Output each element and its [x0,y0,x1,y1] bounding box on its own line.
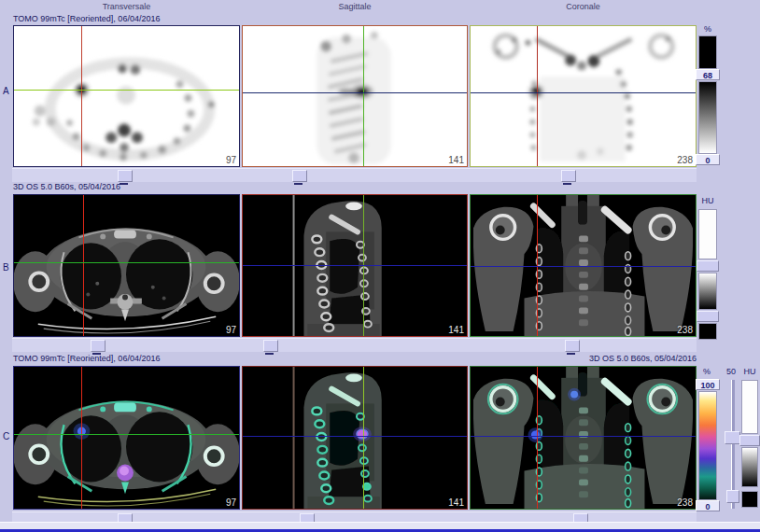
row-letter-b: B [3,262,12,273]
crosshair-horizontal[interactable] [471,436,696,437]
slice-number: 97 [226,497,236,508]
nm-gray-gradient-bar[interactable] [698,81,717,154]
fusion-ct-unit: HU [739,367,760,376]
ct-window-upper-handle[interactable] [697,260,719,272]
row-letter-a: A [3,86,12,96]
viewport-c-sagittale[interactable]: 141 [242,366,468,510]
crosshair-horizontal[interactable] [471,266,696,267]
crosshair-vertical[interactable] [363,367,364,509]
viewport-b-coronale[interactable]: 238 [470,194,697,337]
crosshair-vertical[interactable] [537,26,538,166]
crosshair-horizontal[interactable] [14,262,239,263]
slice-number: 238 [677,325,693,335]
series-label-row-a: TOMO 99mTc [Reoriented], 06/04/2016 [13,14,160,24]
nm-upper-threshold-box[interactable]: 68 [696,69,720,80]
slice-number: 141 [448,497,464,508]
fusion-nm-lower-box[interactable]: 0 [696,500,720,511]
ct-scale-black-segment[interactable] [698,323,717,340]
slice-number: 97 [226,325,236,335]
bottom-scrollbar[interactable] [0,522,760,530]
viewport-b-sagittale[interactable]: 141 [242,194,468,337]
viewport-a-transversale[interactable]: 97 [13,25,240,167]
viewport-b-transversale[interactable]: 97 [13,194,240,337]
fusion-blend-handle[interactable] [725,431,740,444]
fusion-ct-black-segment[interactable] [741,491,758,508]
fusion-nm-upper-box[interactable]: 100 [696,379,720,390]
scale-unit-hu: HU [697,196,718,205]
ct-window-lower-handle[interactable] [697,311,719,322]
crosshair-vertical[interactable] [81,367,82,509]
fusion-ct-gradient-bar[interactable] [741,447,758,487]
slice-slider-handle[interactable] [292,170,307,182]
series-label-row-c-left: TOMO 99mTc [Reoriented], 06/04/2016 [13,354,160,364]
slice-slider-handle[interactable] [565,340,580,352]
crosshair-horizontal[interactable] [243,436,467,437]
slice-number: 141 [448,155,464,165]
series-label-row-c-right: 3D OS 5.0 B60s, 05/04/2016 [373,354,697,364]
slice-slider-handle[interactable] [118,170,133,182]
crosshair-horizontal[interactable] [243,92,467,93]
nm-axial-image [14,26,239,166]
fusion-color-scale-bar[interactable] [698,391,717,500]
slice-number: 141 [448,325,464,335]
row-letter-c: C [3,431,12,441]
fusion-ct-upper-handle[interactable] [739,435,760,446]
column-header-coronale: Coronale [470,1,697,12]
column-header-transversale: Transversale [13,1,240,12]
fusion-ct-white-segment[interactable] [741,380,758,434]
column-header-sagittale: Sagittale [242,1,468,12]
crosshair-horizontal[interactable] [14,90,239,91]
slice-slider-track-row-a[interactable] [12,168,697,182]
viewport-a-sagittale[interactable]: 141 [242,25,468,167]
ct-scale-white-segment[interactable] [698,209,717,259]
nm-coronal-image [471,26,696,166]
slice-slider-track-row-b[interactable] [12,338,697,352]
slice-number: 238 [677,497,693,508]
fusion-blend-value: 50 [721,367,741,376]
nm-sagittal-image [243,26,467,166]
slice-number: 238 [677,155,693,165]
viewport-a-coronale[interactable]: 238 [470,25,697,167]
slice-number: 97 [226,155,236,165]
viewport-c-transversale[interactable]: 97 [13,366,240,510]
ct-axial-image [14,195,239,336]
fusion-axial-image [14,367,239,509]
nm-lower-threshold-box[interactable]: 0 [696,154,720,165]
fusion-coronal-image [471,367,696,509]
crosshair-vertical[interactable] [81,26,82,166]
series-label-row-b: 3D OS 5.0 B60s, 05/04/2016 [13,182,120,192]
crosshair-horizontal[interactable] [14,434,239,435]
crosshair-vertical[interactable] [83,195,84,336]
viewport-c-coronale[interactable]: 238 [470,366,697,510]
slice-slider-handle[interactable] [91,340,106,352]
nm-scale-upper-segment[interactable] [698,35,717,69]
fusion-nm-unit: % [697,367,717,376]
crosshair-horizontal[interactable] [243,265,467,266]
scale-unit-percent: % [697,24,718,34]
crosshair-horizontal[interactable] [471,92,696,93]
fusion-sagittal-image [243,367,467,509]
crosshair-vertical[interactable] [537,367,538,509]
slice-slider-handle[interactable] [561,170,576,182]
ct-gray-gradient-bar[interactable] [698,273,717,310]
crosshair-vertical[interactable] [363,26,364,166]
fusion-blend-lower-handle[interactable] [726,490,739,503]
fusion-viewer-window: Transversale Sagittale Coronale TOMO 99m… [0,0,760,532]
slice-slider-handle[interactable] [263,340,278,352]
